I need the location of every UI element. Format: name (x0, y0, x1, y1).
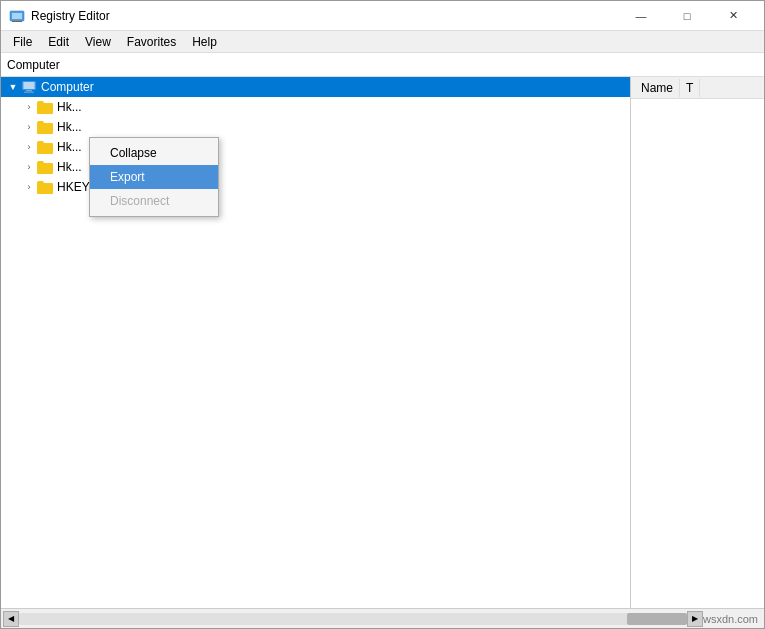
col-type: T (680, 79, 700, 97)
tree-label-hk2: Hk... (57, 120, 82, 134)
scroll-thumb[interactable] (627, 613, 687, 625)
folder-icon-hk4 (37, 161, 53, 174)
context-menu-export[interactable]: Export (90, 165, 218, 189)
folder-icon-hk2 (37, 121, 53, 134)
folder-icon-hk3 (37, 141, 53, 154)
main-content: ▼ Computer › Hk... › (1, 77, 764, 608)
window-title: Registry Editor (31, 9, 618, 23)
registry-editor-window: Registry Editor — □ ✕ File Edit View Fav… (0, 0, 765, 629)
horizontal-scrollbar[interactable]: ◀ ▶ wsxdn.com (1, 608, 764, 628)
right-panel: Name T (631, 77, 764, 608)
tree-label-hk4: Hk... (57, 160, 82, 174)
svg-rect-7 (24, 92, 34, 94)
arrow-hk4: › (21, 162, 37, 172)
column-headers: Name T (631, 77, 764, 99)
context-menu-collapse[interactable]: Collapse (90, 141, 218, 165)
menu-file[interactable]: File (5, 33, 40, 51)
menu-favorites[interactable]: Favorites (119, 33, 184, 51)
tree-panel[interactable]: ▼ Computer › Hk... › (1, 77, 631, 608)
scroll-track[interactable] (19, 613, 687, 625)
minimize-button[interactable]: — (618, 1, 664, 31)
svg-rect-1 (12, 13, 22, 19)
menu-edit[interactable]: Edit (40, 33, 77, 51)
svg-rect-6 (26, 90, 32, 92)
maximize-button[interactable]: □ (664, 1, 710, 31)
menu-view[interactable]: View (77, 33, 119, 51)
folder-icon-hk1 (37, 101, 53, 114)
address-bar: Computer (1, 53, 764, 77)
watermark-text: wsxdn.com (703, 613, 762, 625)
svg-rect-3 (12, 21, 22, 22)
menu-bar: File Edit View Favorites Help (1, 31, 764, 53)
scroll-left-arrow[interactable]: ◀ (3, 611, 19, 627)
address-text: Computer (7, 58, 60, 72)
folder-icon-hkcc (37, 181, 53, 194)
title-bar: Registry Editor — □ ✕ (1, 1, 764, 31)
svg-rect-5 (24, 82, 35, 89)
context-menu-disconnect: Disconnect (90, 189, 218, 213)
app-icon (9, 8, 25, 24)
window-controls: — □ ✕ (618, 1, 756, 31)
col-name: Name (635, 79, 680, 97)
context-menu: Collapse Export Disconnect (89, 137, 219, 217)
tree-item-computer[interactable]: ▼ Computer (1, 77, 630, 97)
tree-item-hk1[interactable]: › Hk... (1, 97, 630, 117)
arrow-hk1: › (21, 102, 37, 112)
tree-item-hk2[interactable]: › Hk... (1, 117, 630, 137)
menu-help[interactable]: Help (184, 33, 225, 51)
arrow-hkcc: › (21, 182, 37, 192)
expand-arrow-computer: ▼ (5, 82, 21, 92)
close-button[interactable]: ✕ (710, 1, 756, 31)
computer-icon (21, 81, 37, 94)
arrow-hk2: › (21, 122, 37, 132)
tree-label-hk1: Hk... (57, 100, 82, 114)
arrow-hk3: › (21, 142, 37, 152)
tree-label-hk3: Hk... (57, 140, 82, 154)
scroll-right-arrow[interactable]: ▶ (687, 611, 703, 627)
tree-label-computer: Computer (41, 80, 94, 94)
right-panel-content (631, 99, 764, 608)
